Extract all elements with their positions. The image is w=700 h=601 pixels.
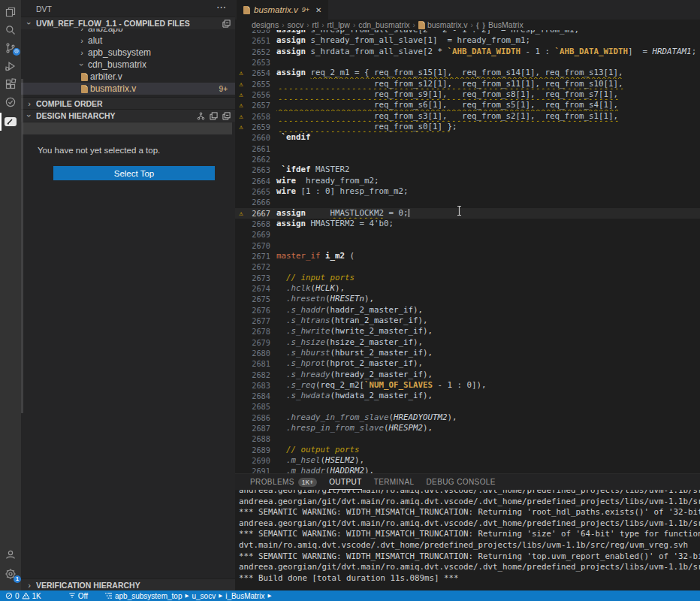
warning-icon[interactable]: ⚠	[235, 122, 247, 132]
breadcrumb-item-designs[interactable]: designs	[252, 20, 279, 29]
code-line-2684[interactable]: 2684 .s_hwdata(hwdata_2_master_if),	[235, 391, 700, 401]
sidebar-scrollbar[interactable]	[21, 79, 23, 413]
more-actions-icon[interactable]: ⋯	[216, 2, 226, 13]
tree-item-ahb2apb[interactable]: ›ahb2apb	[21, 29, 235, 35]
warning-icon[interactable]: ⚠	[235, 208, 247, 219]
warning-icon[interactable]: ⚠	[235, 89, 247, 100]
design-hierarchy-section-header[interactable]: › DESIGN HIERARCHY	[21, 109, 235, 122]
code-line-2660[interactable]: 2660 `endif	[235, 132, 700, 143]
tree-item-apb_subsystem[interactable]: ›apb_subsystem	[21, 47, 235, 59]
explorer-icon[interactable]	[0, 3, 21, 21]
extensions-icon[interactable]	[0, 75, 21, 93]
code-line-2676[interactable]: 2676 .s_haddr(haddr_2_master_if),	[235, 305, 700, 316]
settings-gear-icon[interactable]: 1	[0, 565, 21, 583]
breadcrumb-item-rtl[interactable]: rtl	[312, 20, 318, 29]
panel-tab-problems[interactable]: PROBLEMS1K+	[250, 474, 317, 490]
breadcrumb-item-BusMatrix[interactable]: { }BusMatrix	[476, 20, 523, 29]
code-line-2652[interactable]: 2652assign s_hrdata_from_all_slave[2 * `…	[235, 47, 700, 57]
source-control-icon[interactable]	[0, 39, 21, 57]
warnings-icon	[22, 592, 30, 599]
account-icon[interactable]	[0, 545, 21, 563]
design-scope-status[interactable]: apb_subsystem_top▶u_socv▶i_BusMatrix▶	[104, 592, 271, 600]
code-line-2678[interactable]: 2678 .s_hwrite(hwrite_2_master_if),	[235, 326, 700, 337]
code-line-2677[interactable]: 2677 .s_htrans(htran_2_master_if),	[235, 316, 700, 326]
code-line-2673[interactable]: 2673 // input ports	[235, 273, 700, 283]
code-line-2680[interactable]: 2680 .s_hburst(hburst_2_master_if),	[235, 348, 700, 358]
collapse-all-icon[interactable]	[222, 112, 231, 120]
breadcrumb-item-socv[interactable]: socv	[288, 20, 304, 29]
select-top-button[interactable]: Select Top	[53, 166, 215, 180]
code-line-2659[interactable]: ⚠2659 req_from_s0[1] };	[235, 122, 700, 132]
warning-icon[interactable]: ⚠	[235, 111, 247, 122]
scope-crumb-u_socv[interactable]: u_socv	[192, 592, 216, 600]
breadcrumb-item-cdn_busmatrix[interactable]: cdn_busmatrix	[358, 20, 409, 29]
close-icon[interactable]: ✕	[315, 6, 321, 14]
code-line-2658[interactable]: ⚠2658 req_from_s3[1], req_from_s2[1], re…	[235, 111, 700, 122]
tab-busmatrix[interactable]: busmatrix.v 9+ ✕	[237, 0, 328, 20]
code-line-2656[interactable]: ⚠2656 req_from_s9[1], req_from_s8[1], re…	[235, 89, 700, 100]
compile-order-section-header[interactable]: › COMPILE ORDER	[21, 97, 235, 110]
code-line-2675[interactable]: 2675 .hresetn(HRESETn),	[235, 294, 700, 304]
code-line-2681[interactable]: 2681 .s_hprot(hprot_2_master_if),	[235, 358, 700, 369]
breadcrumb-item-rtl_lpw[interactable]: rtl_lpw	[327, 20, 350, 29]
verification-hierarchy-section-header[interactable]: › VERIFICATION HIERARCHY	[21, 578, 235, 590]
output-console[interactable]: andreea.georgian/git/dvt.main/ro.amiq.dv…	[235, 490, 700, 590]
panel-tab-terminal[interactable]: TERMINAL	[374, 474, 415, 490]
filter-status[interactable]: Off	[68, 592, 88, 600]
code-line-2690[interactable]: 2690 .m_hsel(HSELM2),	[235, 455, 700, 466]
breadcrumb-item-busmatrix-v[interactable]: busmatrix.v	[418, 20, 468, 29]
code-line-2662[interactable]: 2662	[235, 154, 700, 165]
warning-icon[interactable]: ⚠	[235, 79, 247, 89]
code-line-2679[interactable]: 2679 .s_hsize(hsize_2_master_if),	[235, 337, 700, 348]
code-line-2655[interactable]: ⚠2655 req_from_s12[1], req_from_s11[1], …	[235, 79, 700, 89]
warning-icon[interactable]: ⚠	[235, 68, 247, 78]
code-line-2691[interactable]: 2691 .m_haddr(HADDRM2),	[235, 466, 700, 473]
hierarchy-icon[interactable]	[197, 112, 205, 120]
code-line-2651[interactable]: 2651assign s_hready_from_all_slave[1] = …	[235, 35, 700, 46]
code-line-2664[interactable]: 2664wire hready_from_m2;	[235, 176, 700, 186]
collapse-all-icon[interactable]	[222, 20, 231, 28]
scope-crumb-i_BusMatrix[interactable]: i_BusMatrix	[225, 592, 264, 600]
line-number: 2684	[247, 391, 270, 401]
code-line-2685[interactable]: 2685	[235, 401, 700, 412]
code-line-2666[interactable]: 2666	[235, 197, 700, 207]
tree-item-arbiter-v[interactable]: arbiter.v	[21, 71, 235, 83]
code-line-2670[interactable]: 2670	[235, 240, 700, 251]
search-icon[interactable]	[0, 21, 21, 39]
code-line-2688[interactable]: 2688	[235, 433, 700, 444]
code-line-2687[interactable]: 2687 .hresp_in_from_slave(HRESPM2),	[235, 423, 700, 433]
code-line-2654[interactable]: ⚠2654assign req_2_m1 = { req_from_s15[1]…	[235, 68, 700, 78]
code-line-2668[interactable]: 2668assign HMASTERM2 = 4'b0;	[235, 219, 700, 229]
scope-crumb-apb_subsystem_top[interactable]: apb_subsystem_top	[115, 592, 183, 600]
code-line-2661[interactable]: 2661	[235, 143, 700, 154]
panel-tab-output[interactable]: OUTPUT	[329, 474, 362, 490]
line-content: assign HMASTLOCKM2 = 0;	[270, 208, 700, 219]
tree-item-cdn_busmatrix[interactable]: ›cdn_busmatrix	[21, 59, 235, 71]
code-line-2663[interactable]: 2663 `ifdef MASTER2	[235, 165, 700, 175]
verification-check-icon[interactable]	[0, 93, 21, 111]
panel-tab-debug-console[interactable]: DEBUG CONSOLE	[426, 474, 495, 490]
compiled-files-section-header[interactable]: › UVM_REF_FLOW_1.1 - COMPILED FILES	[21, 17, 235, 29]
code-line-2671[interactable]: 2671master_if i_m2 (	[235, 251, 700, 261]
design-hierarchy-filter-input[interactable]	[23, 122, 232, 134]
run-debug-icon[interactable]	[0, 57, 21, 75]
code-line-2686[interactable]: 2686 .hready_in_from_slave(HREADYOUTM2),	[235, 412, 700, 423]
warning-icon[interactable]: ⚠	[235, 100, 247, 110]
code-line-2683[interactable]: 2683 .s_req(req_2_m2[`NUM_OF_SLAVES - 1 …	[235, 380, 700, 391]
dvt-tool-icon[interactable]	[0, 113, 21, 131]
code-line-2665[interactable]: 2665wire [1 : 0] hresp_from_m2;	[235, 186, 700, 197]
copy-icon[interactable]	[210, 112, 218, 120]
code-line-2674[interactable]: 2674 .hclk(HCLK),	[235, 283, 700, 294]
tree-item-alut[interactable]: ›alut	[21, 35, 235, 47]
code-line-2650[interactable]: 2650assign s_hresp_from_all_slave[2 * 2 …	[235, 30, 700, 35]
code-line-2682[interactable]: 2682 .s_hready(hready_2_master_if),	[235, 370, 700, 380]
code-line-2653[interactable]: 2653	[235, 57, 700, 68]
code-editor[interactable]: 2650assign s_hresp_from_all_slave[2 * 2 …	[235, 30, 700, 473]
tree-item-busmatrix-v[interactable]: busmatrix.v9+	[21, 83, 235, 95]
code-line-2672[interactable]: 2672	[235, 261, 700, 272]
problems-status[interactable]: 0 1K	[5, 592, 41, 600]
code-line-2657[interactable]: ⚠2657 req_from_s6[1], req_from_s5[1], re…	[235, 100, 700, 110]
code-line-2689[interactable]: 2689 // output ports	[235, 445, 700, 455]
code-line-2667[interactable]: ⚠2667assign HMASTLOCKM2 = 0;	[235, 208, 700, 219]
code-line-2669[interactable]: 2669	[235, 229, 700, 240]
